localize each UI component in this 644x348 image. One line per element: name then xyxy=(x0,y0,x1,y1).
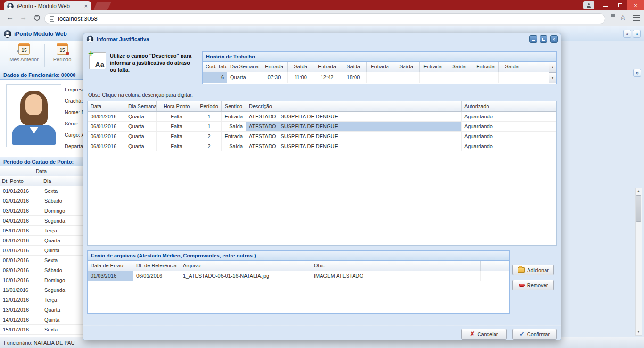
modal-minimize-button[interactable] xyxy=(529,35,537,43)
scrollbar-thumb[interactable] xyxy=(636,195,641,222)
new-tab-button[interactable] xyxy=(93,2,111,10)
modal-close-button[interactable]: × xyxy=(550,35,558,43)
schedule-columns: Cod. Tab. Dia Semana Entrada Saída Entra… xyxy=(203,62,549,72)
cell-autorizado: Aguardando xyxy=(462,112,506,121)
prev-month-button[interactable]: 15 Mês Anterior xyxy=(6,43,42,62)
card-row[interactable]: 15/01/2016Sexta xyxy=(0,325,83,335)
col-entrada[interactable]: Entrada xyxy=(261,62,288,72)
add-file-button[interactable]: Adicionar xyxy=(512,265,554,275)
col-data[interactable]: Data xyxy=(88,101,125,111)
forward-icon[interactable]: → xyxy=(20,13,27,21)
col-entrada[interactable]: Entrada xyxy=(367,62,393,72)
col-saida[interactable]: Saída xyxy=(499,62,525,72)
browser-menu-icon[interactable] xyxy=(633,15,640,22)
cell-dia: Segunda xyxy=(41,216,83,225)
cell-dt-referencia: 06/01/2016 xyxy=(133,271,180,281)
card-row[interactable]: 03/01/2016Domingo xyxy=(0,206,83,216)
modal-maximize-button[interactable] xyxy=(540,35,547,43)
card-row[interactable]: 02/01/2016Sábado xyxy=(0,196,83,206)
spinner-up-icon[interactable]: ▲ xyxy=(549,62,556,73)
cell-dia: Domingo xyxy=(41,275,83,285)
window-close-button[interactable]: × xyxy=(627,0,644,10)
person-icon xyxy=(586,3,591,8)
justification-row-selected[interactable]: 06/01/2016 Quarta Falta 1 Saída ATESTADO… xyxy=(88,122,556,132)
remove-file-button[interactable]: Remover xyxy=(512,280,554,290)
card-row[interactable]: 04/01/2016Segunda xyxy=(0,216,83,226)
col-entrada[interactable]: Entrada xyxy=(420,62,446,72)
cell-arquivo: 1_ATESTADO-06-01-16-NATALIA.jpg xyxy=(180,271,311,281)
card-row[interactable]: 01/01/2016Sexta xyxy=(0,186,83,196)
collapse-left-icon[interactable]: « xyxy=(623,30,631,38)
cell-descricao[interactable]: ATESTADO - SUSPEITA DE DENGUE xyxy=(246,112,462,121)
col-autorizado[interactable]: Autorizado xyxy=(462,101,506,111)
file-row[interactable]: 01/03/2016 06/01/2016 1_ATESTADO-06-01-1… xyxy=(88,271,509,281)
bookmark-star-icon[interactable]: ☆ xyxy=(619,13,626,22)
card-row[interactable]: 10/01/2016Domingo xyxy=(0,275,83,285)
col-saida[interactable]: Saída xyxy=(446,62,472,72)
cell-dt-ponto: 11/01/2016 xyxy=(0,285,41,295)
card-row[interactable]: 12/01/2016Terça xyxy=(0,295,83,305)
card-row[interactable]: 14/01/2016Quinta xyxy=(0,315,83,325)
cell-descricao[interactable]: ATESTADO - SUSPEITA DE DENGUE xyxy=(246,141,462,151)
cell-saida: 18:00 xyxy=(340,72,367,83)
cell-filler xyxy=(506,122,556,131)
card-row[interactable]: 13/01/2016Quarta xyxy=(0,305,83,315)
justification-columns: Data Dia Semana Hora Ponto Período Senti… xyxy=(88,101,556,112)
cell-descricao[interactable]: ATESTADO - SUSPEITA DE DENGUE xyxy=(246,132,462,141)
cell-sentido: Entrada xyxy=(222,132,246,141)
profile-button[interactable] xyxy=(583,1,594,9)
browser-tab[interactable]: iPonto - Módulo Web × xyxy=(4,1,91,10)
card-row[interactable]: 06/01/2016Quarta xyxy=(0,236,83,246)
justification-row[interactable]: 06/01/2016 Quarta Falta 2 Entrada ATESTA… xyxy=(88,132,556,141)
extension-icon[interactable] xyxy=(611,14,615,17)
col-entrada[interactable]: Entrada xyxy=(472,62,499,72)
spinner-down-icon[interactable]: ▼ xyxy=(549,73,556,83)
tab-close-icon[interactable]: × xyxy=(83,3,89,9)
collapse-right-icon[interactable]: » xyxy=(633,30,641,38)
col-arquivo[interactable]: Arquivo xyxy=(180,261,311,271)
window-minimize-button[interactable] xyxy=(598,0,613,10)
window-maximize-button[interactable] xyxy=(613,0,627,10)
col-sentido[interactable]: Sentido xyxy=(222,101,246,111)
card-row[interactable]: 09/01/2016Sábado xyxy=(0,265,83,275)
cell-dt-ponto: 01/01/2016 xyxy=(0,186,41,196)
confirm-button[interactable]: ✓ Confirmar xyxy=(512,329,557,340)
cell-dia: Segunda xyxy=(41,285,83,295)
cell-dia: Sexta xyxy=(41,256,83,265)
cell-dt-ponto: 09/01/2016 xyxy=(0,265,41,275)
col-data-envio[interactable]: Data de Envio xyxy=(88,261,133,271)
card-row[interactable]: 11/01/2016Segunda xyxy=(0,285,83,295)
col-dia[interactable]: Dia xyxy=(41,176,83,186)
period-button[interactable]: 15 Período xyxy=(47,43,77,62)
col-data[interactable]: Data xyxy=(0,166,83,176)
col-cod-tab[interactable]: Cod. Tab. xyxy=(203,62,227,72)
col-descricao[interactable]: Descrição xyxy=(246,101,462,111)
scroll-up-icon[interactable]: ▲ xyxy=(636,188,642,195)
justification-row[interactable]: 06/01/2016 Quarta Falta 2 Saída ATESTADO… xyxy=(88,141,556,151)
scroll-down-icon[interactable]: ▼ xyxy=(636,329,642,335)
back-icon[interactable]: ← xyxy=(7,13,14,21)
chevron-down-icon[interactable]: « xyxy=(633,69,641,77)
cancel-button[interactable]: ✗ Cancelar xyxy=(461,329,507,340)
col-dt-referencia[interactable]: Dt. de Referência xyxy=(133,261,180,271)
col-dia-semana[interactable]: Dia Semana xyxy=(227,62,261,72)
col-hora-ponto[interactable]: Hora Ponto xyxy=(157,101,197,111)
col-filler xyxy=(481,261,509,271)
col-obs[interactable]: Obs. xyxy=(311,261,481,271)
col-dt-ponto[interactable]: Dt. Ponto xyxy=(0,176,41,186)
col-saida[interactable]: Saída xyxy=(340,62,367,72)
minimize-icon xyxy=(532,40,535,41)
col-dia-semana[interactable]: Dia Semana xyxy=(125,101,157,111)
address-bar[interactable]: localhost:3058 xyxy=(44,13,605,24)
col-entrada[interactable]: Entrada xyxy=(314,62,340,72)
card-row[interactable]: 07/01/2016Quinta xyxy=(0,246,83,256)
col-saida[interactable]: Saída xyxy=(288,62,314,72)
justification-row[interactable]: 06/01/2016 Quarta Falta 1 Entrada ATESTA… xyxy=(88,112,556,122)
card-row[interactable]: 05/01/2016Terça xyxy=(0,226,83,236)
schedule-row[interactable]: 6 Quarta 07:30 11:00 12:42 18:00 xyxy=(203,72,549,83)
modal-titlebar[interactable]: Informar Justificativa × xyxy=(83,33,561,45)
col-saida[interactable]: Saída xyxy=(393,62,420,72)
card-row[interactable]: 08/01/2016Sexta xyxy=(0,256,83,265)
col-periodo[interactable]: Período xyxy=(197,101,222,111)
cell-descricao-selected[interactable]: ATESTADO - SUSPEITA DE DENGUE xyxy=(246,122,462,131)
